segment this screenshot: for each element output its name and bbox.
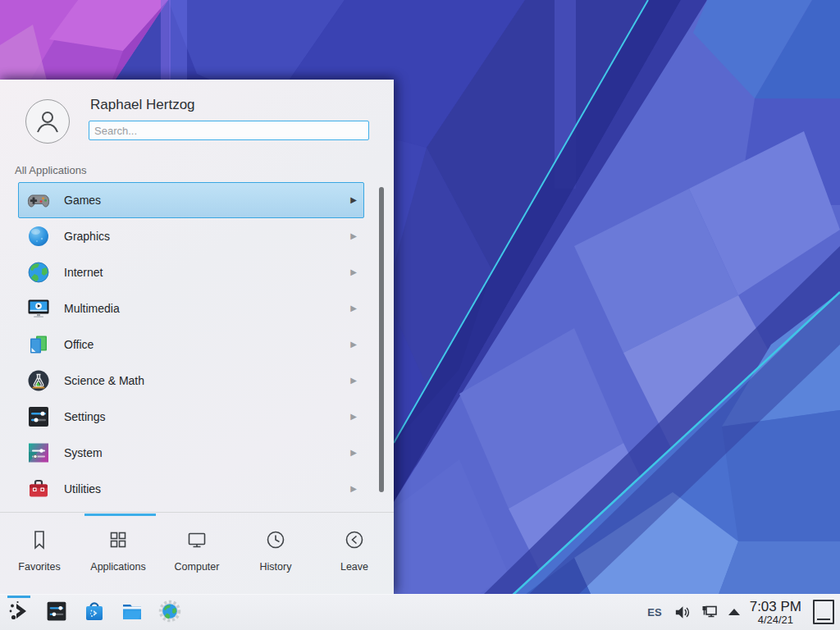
category-label: Multimedia (64, 302, 350, 315)
submenu-arrow-icon: ▶ (350, 413, 357, 421)
bookmark-icon (28, 528, 51, 555)
application-launcher-button[interactable] (0, 595, 38, 630)
category-label: Science & Math (64, 374, 350, 387)
tab-computer[interactable]: Computer (158, 516, 236, 594)
category-science-math[interactable]: Science & Math ▶ (18, 363, 364, 399)
app-grid-icon (107, 528, 130, 555)
submenu-arrow-icon: ▶ (350, 304, 357, 313)
submenu-arrow-icon: ▶ (350, 196, 357, 204)
tabbar-separator (0, 512, 394, 513)
clock-time: 7:03 PM (750, 600, 801, 614)
discover-bag-icon (83, 600, 106, 626)
toolbox-icon (25, 476, 52, 502)
file-manager-button[interactable] (113, 595, 151, 630)
tab-leave[interactable]: Leave (315, 516, 394, 594)
category-settings[interactable]: Settings ▶ (18, 399, 364, 435)
application-launcher-panel: Raphael Hertzog All Applications Games (0, 80, 394, 594)
category-internet[interactable]: Internet ▶ (18, 254, 364, 290)
system-tray: ES 7:03 PM 4/24/21 (647, 600, 840, 625)
documents-icon (25, 331, 52, 358)
search-input[interactable] (89, 121, 369, 140)
digital-clock[interactable]: 7:03 PM 4/24/21 (750, 600, 801, 625)
user-avatar-icon[interactable] (25, 99, 70, 144)
category-label: Utilities (64, 482, 350, 495)
folder-icon (121, 600, 144, 626)
submenu-arrow-icon: ▶ (350, 377, 357, 385)
category-label: System (64, 446, 350, 459)
tab-label: Leave (340, 561, 368, 573)
tab-label: Computer (175, 561, 220, 573)
submenu-arrow-icon: ▶ (350, 340, 357, 349)
network-icon[interactable] (701, 603, 719, 621)
category-label: Office (64, 338, 350, 351)
keyboard-layout-indicator[interactable]: ES (647, 606, 661, 619)
tab-label: History (260, 561, 292, 573)
launcher-tabbar: Favorites Applications C (0, 516, 394, 594)
submenu-arrow-icon: ▶ (350, 449, 357, 457)
active-task-indicator (7, 596, 30, 598)
category-label: Games (64, 194, 350, 207)
submenu-arrow-icon: ▶ (350, 232, 357, 240)
category-utilities[interactable]: Utilities ▶ (18, 471, 364, 507)
browser-globe-icon (158, 600, 181, 626)
category-games[interactable]: Games ▶ (18, 182, 364, 218)
tab-label: Applications (90, 561, 145, 573)
launcher-header: Raphael Hertzog (0, 80, 394, 152)
user-name: Raphael Hertzog (90, 97, 195, 113)
media-player-icon (25, 295, 52, 322)
gamepad-icon (25, 187, 52, 213)
category-label: Internet (64, 266, 350, 279)
category-label: Graphics (64, 230, 350, 243)
category-system[interactable]: System ▶ (18, 435, 364, 471)
tab-label: Favorites (18, 561, 60, 573)
kickoff-icon (7, 599, 31, 627)
submenu-arrow-icon: ▶ (350, 485, 357, 493)
web-browser-button[interactable] (151, 595, 189, 630)
clock-date: 4/24/21 (750, 614, 801, 626)
sliders-icon (25, 404, 52, 430)
system-settings-button[interactable] (38, 595, 75, 630)
tab-favorites[interactable]: Favorites (0, 516, 79, 594)
category-office[interactable]: Office ▶ (18, 326, 364, 363)
category-label: Settings (64, 410, 350, 423)
computer-icon (185, 528, 208, 555)
category-graphics[interactable]: Graphics ▶ (18, 218, 364, 254)
list-scrollbar[interactable] (379, 187, 384, 492)
system-icon (25, 440, 52, 466)
expand-tray-icon[interactable] (728, 609, 740, 615)
globe-icon (25, 259, 52, 285)
submenu-arrow-icon: ▶ (350, 268, 357, 276)
tab-applications[interactable]: Applications (79, 516, 158, 594)
leave-icon (343, 528, 366, 555)
taskbar: ES 7:03 PM 4/24/21 (0, 594, 840, 630)
show-desktop-button[interactable] (813, 600, 834, 624)
history-clock-icon (264, 528, 287, 555)
sphere-icon (25, 223, 52, 249)
section-label: All Applications (15, 164, 86, 176)
flask-icon (25, 368, 52, 394)
system-settings-icon (45, 600, 68, 626)
desktop: Raphael Hertzog All Applications Games (0, 0, 840, 630)
tab-history[interactable]: History (236, 516, 315, 594)
application-category-list: Games ▶ Graphics ▶ (0, 182, 394, 512)
volume-icon[interactable] (673, 604, 691, 621)
category-multimedia[interactable]: Multimedia ▶ (18, 290, 364, 326)
discover-button[interactable] (75, 595, 113, 630)
